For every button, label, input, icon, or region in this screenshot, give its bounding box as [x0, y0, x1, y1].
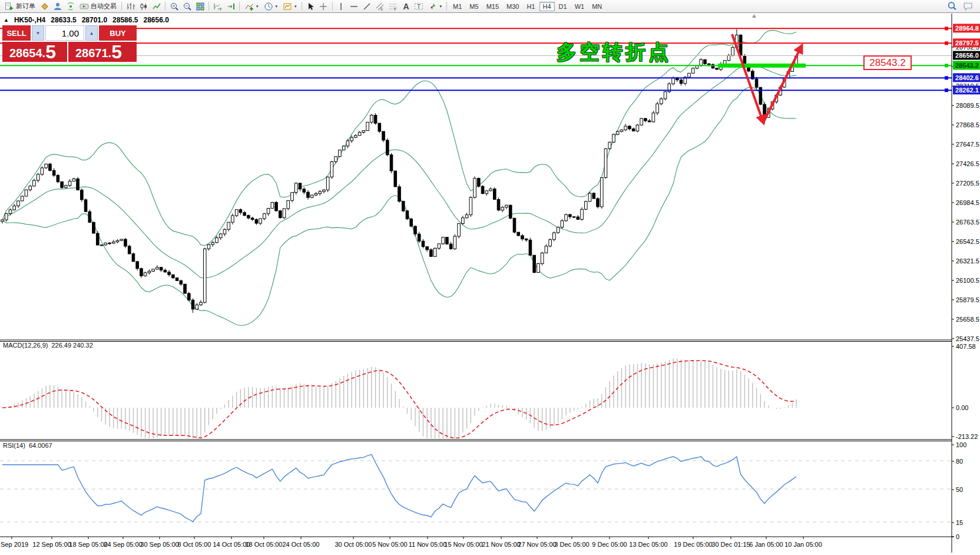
tf-button-m15[interactable]: M15	[483, 2, 502, 11]
price-tick-label: 27426.5	[956, 160, 979, 167]
price-level-flag: 28543.2	[863, 55, 912, 70]
chart-annotation-text: 多空转折点	[557, 39, 671, 66]
sell-price-frac: 5	[45, 43, 56, 61]
indicators-menu-button[interactable]: ▾	[242, 1, 261, 12]
time-tick-label: 18 Sep 05:00	[69, 541, 107, 548]
rsi-tick-label: 80	[956, 458, 963, 465]
chevron-down-icon: ▾	[440, 4, 442, 9]
crosshair-icon[interactable]	[317, 1, 330, 12]
time-tick-label: 11 Nov 05:00	[409, 541, 447, 548]
volume-input[interactable]: 1.00	[45, 25, 84, 41]
bar-chart-type-icon[interactable]	[124, 1, 137, 12]
svg-text:E: E	[380, 7, 383, 11]
collapse-marker-icon[interactable]: ▲	[4, 17, 9, 23]
symbol-title: HK50-,H4	[14, 16, 45, 24]
time-tick-label: 18 Oct 05:00	[246, 541, 283, 548]
chart-shift-icon[interactable]	[224, 1, 237, 12]
cursor-icon[interactable]	[304, 1, 317, 12]
time-tick-label: 27 Nov 05:00	[518, 541, 556, 548]
tf-button-h1[interactable]: H1	[523, 2, 538, 11]
tf-button-m30[interactable]: M30	[503, 2, 522, 11]
tf-button-m5[interactable]: M5	[466, 2, 482, 11]
toolbar-separator	[446, 2, 447, 11]
quote-bar[interactable]: ▲ HK50-,H4 28633.5 28701.0 28586.5 28656…	[4, 16, 169, 24]
buy-price[interactable]: 28671. 5	[68, 42, 137, 62]
chevron-down-icon: ▾	[276, 4, 278, 9]
price-tick-label: 26542.5	[956, 238, 979, 245]
tf-button-h4[interactable]: H4	[539, 2, 555, 11]
svg-text:F: F	[394, 7, 396, 11]
price-tick-label: 26763.5	[956, 219, 979, 226]
rsi-tick-label: 100	[956, 441, 966, 448]
sell-price[interactable]: 28654. 5	[2, 42, 67, 62]
price-tick-label: 26321.5	[956, 257, 979, 265]
toolbar-separator	[332, 2, 333, 11]
search-icon[interactable]	[946, 1, 958, 12]
volume-increase-button[interactable]: ▲	[85, 25, 98, 41]
indicators-icon	[244, 2, 254, 11]
time-tick-label: 14 Oct 05:00	[213, 541, 250, 548]
new-order-button[interactable]: 新订单	[2, 1, 38, 12]
broadcast-icon[interactable]	[64, 1, 77, 12]
toolbar-separator	[208, 2, 209, 11]
clock-icon	[264, 2, 273, 11]
zoom-out-icon[interactable]	[181, 1, 193, 12]
arrows-menu-button[interactable]: ▾	[426, 1, 445, 12]
equidistant-channel-tool-icon[interactable]: E	[374, 1, 386, 12]
metaeditor-icon[interactable]	[38, 1, 51, 12]
time-tick-label: 24 Oct 05:00	[283, 541, 320, 548]
time-tick-label: 9 Dec 05:00	[592, 541, 627, 548]
toolbar-separator	[165, 2, 165, 11]
line-chart-type-icon[interactable]	[150, 1, 163, 12]
templates-menu-button[interactable]: ▾	[280, 1, 299, 12]
text-label-tool-icon[interactable]: T	[413, 1, 425, 12]
chat-icon[interactable]	[962, 1, 974, 12]
zoom-in-icon[interactable]	[168, 1, 180, 12]
autotrading-button[interactable]: 自动交易	[77, 1, 119, 12]
candlestick-chart-type-icon[interactable]	[137, 1, 150, 12]
quote-open: 28633.5	[51, 16, 76, 24]
rsi-value: 64.0067	[29, 442, 52, 449]
price-tick-label: 25658.5	[956, 316, 979, 323]
macd-tick-label: -213.22	[956, 433, 978, 440]
trendline-tool-icon[interactable]	[361, 1, 373, 12]
tf-button-w1[interactable]: W1	[571, 2, 588, 11]
tf-button-m1[interactable]: M1	[449, 2, 465, 11]
rsi-name: RSI(14)	[3, 442, 25, 449]
autoscroll-icon[interactable]	[211, 1, 224, 12]
sell-button[interactable]: SELL	[2, 25, 31, 41]
rsi-tick-label: 50	[956, 486, 963, 493]
toolbar-separator	[239, 2, 240, 11]
svg-text:A: A	[403, 2, 409, 11]
time-tick-label: 30 Sep 05:00	[140, 541, 178, 548]
tf-button-mn[interactable]: MN	[588, 2, 605, 11]
tile-windows-icon[interactable]	[194, 1, 206, 12]
terminal-icon[interactable]	[51, 1, 64, 12]
periods-menu-button[interactable]: ▾	[261, 1, 280, 12]
price-tick-label: 27205.5	[956, 180, 979, 187]
price-tick-label: 25437.5	[956, 335, 979, 342]
fibonacci-tool-icon[interactable]: F	[387, 1, 399, 12]
price-tick-label: 28089.5	[956, 102, 979, 109]
time-tick-label: 8 Oct 05:00	[178, 541, 211, 548]
vertical-line-tool-icon[interactable]	[335, 1, 347, 12]
timeframe-bar: M1M5M15M30H1H4D1W1MN	[449, 2, 605, 11]
toolbar: 新订单 自动交易 ▾ ▾ ▾ E F A T ▾	[0, 0, 980, 13]
chart-area[interactable]: 28752.528531.528310.528089.527868.527647…	[0, 0, 980, 555]
rsi-tick-label: 15	[956, 519, 963, 526]
time-tick-label: 24 Sep 05:00	[104, 541, 142, 548]
price-axis-label-text: 28656.0	[955, 52, 979, 59]
volume-decrease-button[interactable]: ▼	[32, 25, 44, 41]
autotrading-icon	[80, 2, 89, 11]
tf-button-d1[interactable]: D1	[555, 2, 571, 11]
rsi-indicator-label: RSI(14) 64.0067	[3, 442, 52, 449]
new-order-icon	[5, 2, 14, 11]
price-tick-label: 27868.5	[956, 121, 979, 128]
macd-tick-label: 407.58	[956, 343, 976, 350]
horizontal-line-tool-icon[interactable]	[348, 1, 360, 12]
chevron-down-icon: ▾	[294, 4, 297, 9]
text-tool-icon[interactable]: A	[400, 1, 412, 12]
time-tick-label: 19 Dec 05:00	[674, 541, 712, 548]
time-tick-label: 6 Sep 2019	[0, 541, 28, 548]
buy-button[interactable]: BUY	[99, 25, 137, 41]
